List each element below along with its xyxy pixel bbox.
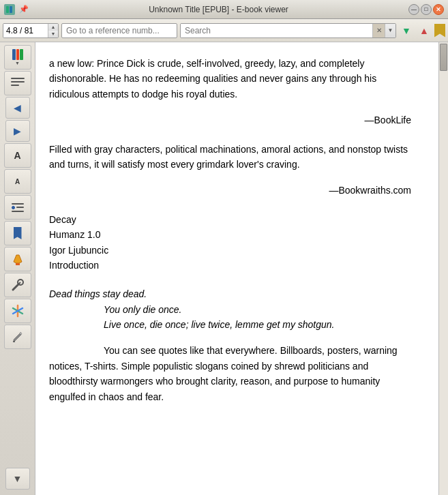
svg-marker-2: [14, 255, 22, 263]
window-controls[interactable]: — □ ✕: [408, 4, 444, 15]
toc-button[interactable]: [4, 71, 31, 95]
paragraph-1-text: a new low: Prince Dick is crude, self-in…: [49, 56, 411, 102]
maximize-button[interactable]: □: [421, 4, 432, 15]
paragraph-3-text: You can see quotes like that everywhere.…: [49, 343, 411, 404]
content-wrapper: a new low: Prince Dick is crude, self-in…: [35, 42, 448, 495]
app-icon: [4, 4, 15, 15]
italic-text-2: You only die once.: [49, 302, 411, 317]
scrollbar-thumb[interactable]: [440, 44, 447, 71]
library-button[interactable]: ▼: [4, 45, 31, 70]
page-spinner[interactable]: ▲ ▼: [48, 24, 58, 38]
paragraph-1-block: a new low: Prince Dick is crude, self-in…: [49, 56, 411, 102]
page-up-button[interactable]: ▲: [48, 24, 58, 31]
wrench-icon: [11, 278, 25, 292]
page-input[interactable]: [3, 24, 48, 38]
paragraph-3-block: You can see quotes like that everywhere.…: [49, 343, 411, 404]
sidebar-down-icon: ▼: [13, 473, 23, 484]
pencil-icon: [12, 331, 24, 343]
content-area[interactable]: a new low: Prince Dick is crude, self-in…: [35, 42, 438, 495]
highlight-icon: [11, 252, 25, 266]
nav-down-icon: ▼: [402, 25, 411, 36]
title-bar: 📌 Unknown Title [EPUB] - E-book viewer —…: [0, 0, 448, 19]
paragraph-2-text: Filled with gray characters, political m…: [49, 142, 411, 172]
toolbar-bookmark-icon[interactable]: [434, 24, 445, 38]
toc-line-2: Humanz 1.0: [49, 227, 411, 242]
nav-up-button[interactable]: ▲: [417, 23, 432, 38]
font-size-up-button[interactable]: A: [4, 143, 31, 168]
font-down-icon: A: [15, 178, 20, 185]
books-dropdown-arrow: ▼: [15, 61, 20, 65]
toolbar: ▲ ▼ ✕ ▼ ▼ ▲: [0, 19, 448, 42]
bookmark-icon: [14, 227, 22, 239]
next-page-icon: ▶: [14, 125, 21, 136]
preferences-button[interactable]: [4, 195, 31, 220]
scrollbar[interactable]: [438, 42, 448, 495]
pin-icon: 📌: [19, 5, 29, 14]
svg-marker-10: [14, 333, 21, 341]
italic-text-3: Live once, die once; live twice, lemme g…: [49, 317, 411, 332]
toc-icon: [11, 78, 25, 89]
search-container[interactable]: ✕ ▼: [180, 23, 396, 38]
svg-line-6: [18, 282, 20, 284]
italic-block: Dead things stay dead. You only die once…: [49, 286, 411, 332]
ref-input[interactable]: [61, 23, 177, 38]
svg-line-4: [13, 284, 18, 290]
window-title: Unknown Title [EPUB] - E-book viewer: [149, 5, 288, 14]
svg-rect-12: [13, 341, 15, 342]
books-icon: ▼: [12, 49, 23, 65]
close-button[interactable]: ✕: [433, 4, 444, 15]
toc-block: Decay Humanz 1.0 Igor Ljubuncic Introduc…: [49, 212, 411, 273]
svg-rect-0: [6, 6, 9, 13]
attribution-2: —Bookwraiths.com: [49, 183, 411, 198]
nav-down-button[interactable]: ▼: [399, 23, 414, 38]
minimize-button[interactable]: —: [408, 4, 419, 15]
font-size-down-button[interactable]: A: [4, 169, 31, 194]
highlight-button[interactable]: [4, 247, 31, 271]
search-dropdown-button[interactable]: ▼: [385, 24, 395, 38]
search-clear-button[interactable]: ✕: [372, 24, 385, 38]
attribution-1: —BookLife: [49, 112, 411, 127]
svg-rect-1: [10, 6, 12, 13]
tools-button[interactable]: [4, 273, 31, 297]
page-input-container[interactable]: ▲ ▼: [3, 23, 59, 38]
sidebar: ▼ ◀ ▶ A A: [0, 42, 35, 495]
paragraph-2-block: Filled with gray characters, political m…: [49, 142, 411, 172]
toc-line-4: Introduction: [49, 258, 411, 273]
prev-page-icon: ◀: [14, 102, 21, 113]
page-down-button[interactable]: ▼: [48, 31, 58, 38]
title-bar-center: Unknown Title [EPUB] - E-book viewer: [29, 4, 408, 14]
nav-up-icon: ▲: [419, 25, 429, 36]
title-bar-left: 📌: [4, 4, 29, 15]
search-input[interactable]: [181, 24, 372, 38]
italic-text-1: Dead things stay dead.: [49, 286, 411, 301]
next-page-button[interactable]: ▶: [5, 120, 30, 142]
toc-line-1: Decay: [49, 212, 411, 227]
main-layout: ▼ ◀ ▶ A A: [0, 42, 448, 495]
paragraph-3-content: You can see quotes like that everywhere.…: [49, 345, 398, 402]
font-up-icon: A: [14, 150, 20, 161]
annotate-button[interactable]: [4, 325, 31, 349]
sidebar-down-button[interactable]: ▼: [5, 468, 30, 490]
svg-rect-3: [16, 263, 20, 265]
prev-page-button[interactable]: ◀: [5, 97, 30, 119]
toc-line-3: Igor Ljubuncic: [49, 243, 411, 258]
plugins-icon: [10, 303, 25, 318]
prefs-icon: [12, 203, 24, 212]
plugins-button[interactable]: [4, 299, 31, 323]
bookmark-button[interactable]: [4, 221, 31, 245]
